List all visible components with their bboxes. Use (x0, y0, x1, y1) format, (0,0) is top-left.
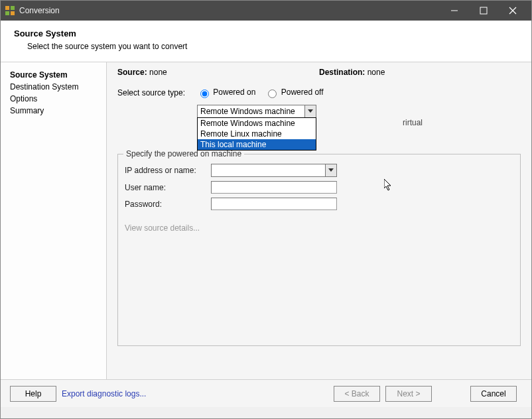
radio-powered-on-text: Powered on (213, 88, 255, 97)
ip-address-combo[interactable] (211, 164, 337, 177)
content-panel: Source: none Destination: none Select so… (107, 62, 531, 379)
wizard-footer: Help Export diagnostic logs... < Back Ne… (1, 379, 531, 407)
radio-powered-off-text: Powered off (281, 88, 324, 97)
destination-summary: Destination: none (319, 68, 521, 77)
radio-powered-on-label[interactable]: Powered on (197, 88, 255, 98)
destination-label: Destination: (319, 68, 365, 77)
dropdown-option-this-local[interactable]: This local machine (198, 139, 316, 150)
radio-powered-off[interactable] (268, 90, 277, 98)
dropdown-arrow-icon[interactable] (304, 105, 316, 117)
step-summary[interactable]: Summary (10, 105, 102, 117)
cancel-button[interactable]: Cancel (470, 386, 517, 402)
hint-text-fragment: rirtual (403, 118, 423, 127)
svg-rect-2 (5, 11, 9, 15)
window-title: Conversion (19, 6, 440, 15)
source-value: none (149, 68, 167, 77)
minimize-button[interactable] (440, 1, 469, 21)
back-button[interactable]: < Back (334, 386, 380, 402)
ip-combo-arrow-icon[interactable] (325, 164, 336, 176)
page-subtitle: Select the source system you want to con… (27, 42, 518, 51)
svg-rect-0 (5, 6, 9, 10)
step-options[interactable]: Options (10, 93, 102, 105)
svg-rect-1 (11, 6, 15, 10)
fieldset-legend: Specify the powered on machine (123, 149, 244, 158)
radio-powered-on[interactable] (200, 90, 209, 98)
step-source-system[interactable]: Source System (10, 69, 102, 81)
help-button[interactable]: Help (10, 386, 56, 402)
password-label: Password: (125, 200, 211, 209)
export-diagnostic-logs-link[interactable]: Export diagnostic logs... (62, 389, 146, 398)
svg-rect-5 (480, 7, 487, 14)
ip-label: IP address or name: (125, 166, 211, 175)
radio-powered-off-label[interactable]: Powered off (265, 88, 323, 98)
source-summary: Source: none (117, 68, 319, 77)
password-input[interactable] (211, 198, 337, 210)
dropdown-option-remote-windows[interactable]: Remote Windows machine (198, 118, 316, 129)
wizard-steps-sidebar: Source System Destination System Options… (1, 62, 107, 379)
dropdown-selected-text: Remote Windows machine (200, 107, 295, 116)
destination-value: none (367, 68, 385, 77)
svg-marker-8 (308, 109, 313, 113)
dropdown-option-remote-linux[interactable]: Remote Linux machine (198, 129, 316, 139)
wizard-header: Source System Select the source system y… (1, 21, 531, 62)
maximize-button[interactable] (469, 1, 498, 21)
specify-machine-fieldset: Specify the powered on machine IP addres… (117, 154, 521, 346)
svg-rect-3 (11, 11, 15, 15)
username-input[interactable] (211, 181, 337, 194)
source-type-dropdown[interactable]: Remote Windows machine (197, 105, 316, 118)
main-area: Source System Destination System Options… (1, 62, 531, 379)
dropdown-list: Remote Windows machine Remote Linux mach… (197, 117, 316, 150)
app-icon (5, 5, 15, 16)
close-button[interactable] (498, 1, 527, 21)
select-source-type-label: Select source type: (117, 88, 197, 97)
source-label: Source: (117, 68, 147, 77)
next-button[interactable]: Next > (385, 386, 432, 402)
title-bar: Conversion (1, 1, 531, 21)
page-title: Source System (14, 29, 518, 38)
view-source-details-link: View source details... (125, 223, 513, 233)
username-label: User name: (125, 183, 211, 192)
svg-marker-10 (328, 168, 334, 172)
step-destination-system[interactable]: Destination System (10, 81, 102, 93)
